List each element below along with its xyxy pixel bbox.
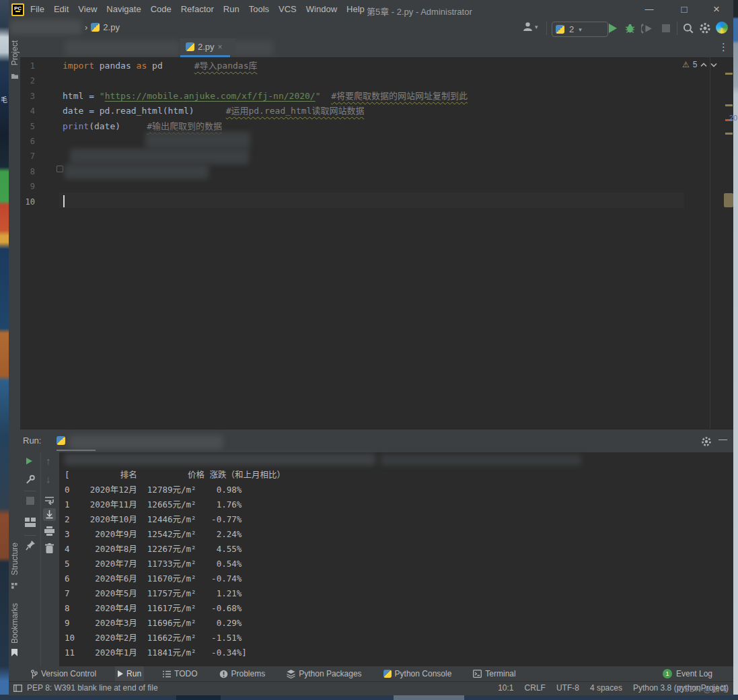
file-encoding[interactable]: UTF-8 (556, 683, 579, 693)
menu-item-8[interactable]: VCS (274, 0, 301, 19)
python-console-icon (383, 670, 392, 678)
code-line-3[interactable]: html = "https://mobile.anjuke.com/xf/fj-… (63, 89, 722, 104)
folder-icon[interactable] (11, 73, 19, 79)
sidebar-item-structure[interactable]: Structure (10, 542, 20, 575)
next-occurrence-icon[interactable]: ↓ (46, 473, 51, 485)
minimize-button[interactable]: — (638, 0, 661, 19)
indent-setting[interactable]: 4 spaces (590, 683, 622, 693)
code-line-9[interactable] (63, 179, 722, 194)
soft-wrap-icon[interactable] (44, 496, 55, 505)
code-line-1[interactable]: import pandas as pd #导入pandas库 (63, 59, 722, 73)
inspection-widget[interactable]: ⚠ 5 (682, 60, 717, 69)
sidebar-item-project[interactable]: Project (10, 40, 20, 65)
run-with-coverage-button[interactable] (641, 23, 653, 34)
rerun-button[interactable] (26, 458, 32, 464)
maximize-button[interactable]: □ (673, 0, 696, 19)
prev-warning-icon[interactable] (700, 63, 707, 67)
menu-item-9[interactable]: Window (301, 0, 342, 19)
menu-item-6[interactable]: Run (219, 0, 244, 19)
run-stop-button[interactable] (26, 497, 34, 505)
run-configuration-select[interactable]: 2 ▾ (552, 22, 608, 37)
code-line-2[interactable] (63, 73, 722, 88)
warning-icon: ⚠ (682, 60, 690, 69)
console-line-9: 8 2020年4月 11617元/m² -0.68% (65, 601, 285, 616)
search-everywhere-icon[interactable] (682, 22, 694, 34)
redacted-code-1 (145, 132, 250, 149)
toolwindow-python-packages[interactable]: Python Packages (284, 666, 364, 681)
statusbar-message[interactable]: PEP 8: W391 blank line at end of file (27, 683, 158, 693)
run-settings-wrench-icon[interactable] (26, 475, 36, 485)
menu-item-4[interactable]: Code (146, 0, 176, 19)
run-tab-python-icon (57, 436, 65, 445)
tab-options-icon[interactable]: ⋮ (718, 41, 729, 53)
run-panel-minimize-icon[interactable]: — (718, 434, 727, 444)
statusbar-window-icon[interactable] (13, 685, 22, 692)
toolwindow-run[interactable]: Run (115, 666, 144, 681)
close-button[interactable]: × (705, 0, 728, 19)
gutter-line-0: 1 (20, 59, 35, 73)
code-line-4[interactable]: date = pd.read_html(html) #运用pd.read_htm… (63, 104, 722, 118)
menu-item-3[interactable]: Navigate (102, 0, 145, 19)
ide-updates-icon[interactable] (716, 22, 728, 34)
event-log[interactable]: 1 Event Log (663, 666, 712, 681)
breadcrumb[interactable]: › 2.py (85, 22, 120, 32)
toolbar-separator (546, 22, 547, 35)
warning-count: 5 (693, 60, 698, 69)
redacted-code-2 (70, 149, 249, 164)
structure-icon[interactable] (11, 583, 17, 589)
scrollbar-thumb[interactable] (724, 193, 733, 207)
gutter-line-3: 4 (20, 104, 35, 118)
pin-icon[interactable] (26, 540, 36, 551)
console-line-1: 0 2020年12月 12789元/m² 0.98% (65, 483, 285, 497)
taskbar-segment-light (394, 695, 464, 700)
sidebar-item-bookmarks[interactable]: Bookmarks (10, 603, 20, 643)
menu-item-10[interactable]: Help (342, 0, 369, 19)
console-line-11: 10 2020年2月 11662元/m² -1.51% (65, 631, 285, 645)
menu-item-2[interactable]: View (73, 0, 102, 19)
python-file-icon (91, 23, 100, 32)
settings-gear-icon[interactable] (699, 22, 711, 34)
menu-item-7[interactable]: Tools (244, 0, 274, 19)
console-line-7: 6 2020年6月 11670元/m² -0.74% (65, 571, 285, 586)
next-warning-icon[interactable] (710, 63, 717, 67)
run-toolwindow-icon (118, 670, 123, 677)
clear-console-trash-icon[interactable] (45, 543, 54, 554)
restore-layout-icon[interactable] (25, 518, 36, 527)
menu-item-0[interactable]: File (26, 0, 49, 19)
run-button[interactable] (609, 24, 617, 33)
toolwindow-version-control[interactable]: Version Control (28, 666, 99, 681)
code-line-10[interactable] (63, 195, 722, 209)
stop-button[interactable] (662, 24, 670, 32)
prev-occurrence-icon[interactable]: ↑ (46, 455, 51, 466)
toolwindow-python-console[interactable]: Python Console (381, 666, 455, 681)
tab-close-icon[interactable]: × (218, 42, 223, 52)
scroll-to-end-toggle[interactable] (43, 508, 56, 521)
gutter-line-2: 3 (20, 89, 35, 104)
run-settings-gear-icon[interactable] (701, 436, 712, 447)
debug-button[interactable] (624, 22, 636, 34)
line-ending[interactable]: CRLF (525, 683, 546, 693)
redacted-breadcrumb (10, 20, 81, 34)
menu-item-5[interactable]: Refactor (176, 0, 219, 19)
fold-marker-icon[interactable] (57, 166, 63, 172)
tab-2py[interactable]: 2.py × (180, 38, 235, 55)
menu-item-1[interactable]: Edit (49, 0, 73, 19)
toolwindow-todo[interactable]: TODO (160, 666, 200, 681)
terminal-icon (473, 670, 482, 678)
editor-gutter: 12345678910 (20, 59, 35, 209)
redacted-console-path-1 (65, 454, 375, 465)
stripe-warning-mark-1[interactable] (725, 73, 733, 75)
toolwindow-problems[interactable]: Problems (217, 666, 268, 681)
bookmarks-icon[interactable] (11, 649, 17, 656)
redacted-tab-right (231, 40, 273, 56)
print-icon[interactable] (44, 526, 54, 536)
console-output: [ 排名 价格 涨跌（和上月相比）0 2020年12月 12789元/m² 0.… (65, 468, 285, 660)
breadcrumb-file[interactable]: 2.py (103, 22, 120, 32)
caret-position[interactable]: 10:1 (498, 683, 513, 693)
right-margin-guide (710, 57, 710, 429)
stripe-warning-mark-2[interactable] (725, 104, 733, 106)
stripe-warning-mark-3[interactable] (725, 133, 733, 135)
toolwindow-terminal[interactable]: Terminal (470, 666, 518, 681)
user-menu[interactable]: ▾ (522, 21, 538, 32)
gutter-line-6: 7 (20, 149, 35, 164)
